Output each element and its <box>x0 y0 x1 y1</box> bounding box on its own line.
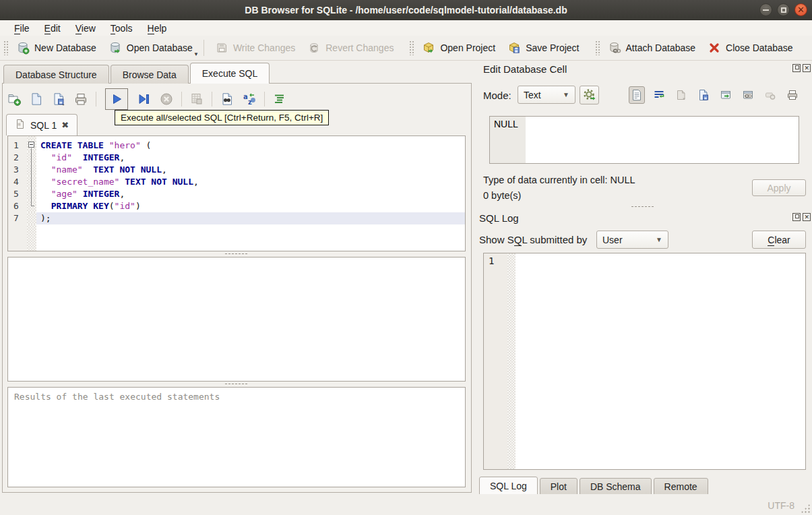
maximize-icon <box>781 7 786 13</box>
sql-document-tab[interactable]: SQL 1 ✖ <box>6 114 77 135</box>
open-project-button[interactable]: Open Project <box>416 38 501 57</box>
edit-cell-dock-title: Edit Database Cell <box>483 63 567 75</box>
results-message-pane: Results of the last executed statements <box>7 387 466 487</box>
revert-changes-button[interactable]: Revert Changes <box>301 38 400 57</box>
float-icon <box>795 214 799 218</box>
menu-edit[interactable]: Edit <box>37 22 68 35</box>
execute-sql-panel: az Execute all/selected SQL [Ctrl+Return… <box>2 83 472 493</box>
pane-splitter[interactable] <box>7 251 466 256</box>
apply-button[interactable]: Apply <box>752 179 806 196</box>
save-file-icon[interactable] <box>695 86 712 104</box>
cell-value: NULL <box>494 119 518 129</box>
code-fold-marker[interactable] <box>28 142 34 148</box>
tab-plot[interactable]: Plot <box>540 478 577 495</box>
new-sql-tab-icon[interactable] <box>7 92 22 107</box>
stop-icon[interactable] <box>159 92 174 107</box>
code-line-5: 5 "age" INTEGER, <box>8 188 465 200</box>
clear-log-button[interactable]: Clear <box>752 231 806 249</box>
save-project-button[interactable]: Save Project <box>501 38 585 57</box>
open-file-icon[interactable] <box>673 86 689 104</box>
save-sql-file-icon[interactable] <box>51 92 66 107</box>
open-database-button[interactable]: Open Database ▼ <box>102 38 199 57</box>
minimize-icon <box>763 9 769 11</box>
status-bar: UTF-8 <box>0 494 812 515</box>
copy-link-icon[interactable] <box>740 86 756 104</box>
sql-log-filter-select[interactable]: User ▼ <box>596 231 668 249</box>
new-database-button[interactable]: New Database <box>10 38 102 57</box>
write-changes-button[interactable]: Write Changes <box>209 38 301 57</box>
revert-changes-icon <box>307 41 321 55</box>
resize-grip-icon[interactable] <box>801 504 810 513</box>
sql-log-filter-value: User <box>602 235 623 245</box>
sql-log-view[interactable]: 1 <box>483 253 806 470</box>
minimize-button[interactable] <box>759 3 772 16</box>
open-sql-file-icon[interactable] <box>29 92 44 107</box>
mode-select[interactable]: Text ▼ <box>518 86 575 104</box>
sql-log-float-button[interactable] <box>792 213 801 221</box>
right-dock-area: Edit Database Cell ✕ Mode: Text ▼ <box>474 61 812 494</box>
tab-remote[interactable]: Remote <box>654 478 708 495</box>
dock-splitter[interactable] <box>474 206 812 208</box>
open-database-menu-caret[interactable]: ▼ <box>193 51 199 57</box>
menu-file[interactable]: File <box>7 22 37 35</box>
attach-database-button[interactable]: Attach Database <box>602 38 702 57</box>
sql-code-editor[interactable]: 1 CREATE TABLE "hero" ( 2 "id" INTEGER, … <box>7 135 466 251</box>
toolbar-drag-handle[interactable] <box>409 40 414 55</box>
menu-help[interactable]: Help <box>140 22 175 35</box>
close-database-button[interactable]: Close Database <box>701 38 799 57</box>
open-database-icon <box>108 41 122 55</box>
format-sql-icon[interactable] <box>272 92 287 107</box>
code-line-2: 2 "id" INTEGER, <box>8 152 465 164</box>
toolbar-drag-handle[interactable] <box>595 40 600 55</box>
main-tab-bar: Database Structure Browse Data Execute S… <box>3 63 271 84</box>
tab-sql-log[interactable]: SQL Log <box>479 477 538 495</box>
close-button[interactable]: ✕ <box>794 3 807 16</box>
word-wrap-icon[interactable] <box>651 86 667 104</box>
execute-all-button[interactable] <box>105 88 128 110</box>
gear-icon <box>583 88 596 102</box>
sql-log-close-button[interactable]: ✕ <box>803 213 811 221</box>
encoding-indicator[interactable]: UTF-8 <box>768 500 794 511</box>
code-line-6: 6 PRIMARY KEY("id") <box>8 200 465 212</box>
mode-label: Mode: <box>483 90 511 101</box>
close-icon: ✕ <box>797 5 805 14</box>
import-settings-button[interactable] <box>580 86 599 104</box>
close-database-icon <box>708 41 721 55</box>
edit-cell-float-button[interactable] <box>792 64 801 72</box>
menu-tools[interactable]: Tools <box>103 22 140 35</box>
sql-tab-close-icon[interactable]: ✖ <box>61 120 69 130</box>
toolbar-separator <box>204 40 204 56</box>
save-results-icon[interactable] <box>189 92 204 107</box>
menu-bar: File Edit View Tools Help <box>0 20 812 36</box>
toolbar-drag-handle[interactable] <box>3 40 8 55</box>
code-fold-tick <box>31 206 34 206</box>
execute-current-line-icon[interactable] <box>137 92 152 107</box>
print-icon[interactable] <box>73 92 88 107</box>
title-bar[interactable]: DB Browser for SQLite - /home/user/code/… <box>0 0 812 20</box>
maximize-button[interactable] <box>777 3 790 16</box>
find-icon[interactable] <box>220 92 235 107</box>
sql-document-icon <box>15 119 26 131</box>
results-grid-pane <box>7 257 466 382</box>
svg-text:a: a <box>243 93 248 100</box>
text-mode-icon[interactable] <box>629 86 645 104</box>
cell-type-info: Type of data currently in cell: NULL <box>483 175 635 185</box>
menu-view[interactable]: View <box>68 22 103 35</box>
set-null-icon[interactable] <box>762 86 778 104</box>
current-line-highlight: ); <box>36 212 465 224</box>
check-syntax-icon[interactable]: az <box>242 92 257 107</box>
tab-db-schema[interactable]: DB Schema <box>580 478 652 495</box>
tab-browse-data[interactable]: Browse Data <box>111 65 189 84</box>
tab-database-structure[interactable]: Database Structure <box>3 65 109 84</box>
pane-splitter[interactable] <box>7 382 466 386</box>
chevron-down-icon: ▼ <box>563 91 569 98</box>
mode-value: Text <box>524 90 541 100</box>
print-cell-icon[interactable] <box>784 86 801 104</box>
cell-value-editor[interactable]: NULL <box>489 116 799 164</box>
tab-execute-sql[interactable]: Execute SQL <box>190 63 270 84</box>
code-fold-line <box>31 148 32 206</box>
sql-toolbar-separator <box>96 92 96 107</box>
export-icon[interactable] <box>718 86 734 104</box>
sql-toolbar-separator <box>264 92 265 107</box>
edit-cell-close-button[interactable]: ✕ <box>803 64 811 72</box>
